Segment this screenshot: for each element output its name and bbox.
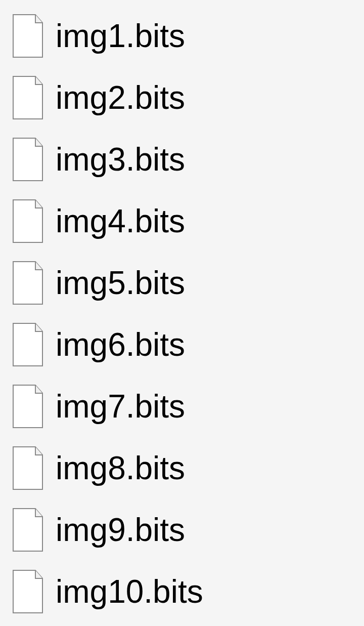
file-name: img4.bits — [56, 205, 185, 237]
file-list: img1.bits img2.bits img3.bits img4.bits … — [4, 6, 360, 621]
file-item[interactable]: img1.bits — [4, 6, 360, 66]
file-icon — [11, 75, 44, 120]
file-item[interactable]: img8.bits — [4, 438, 360, 498]
file-item[interactable]: img6.bits — [4, 315, 360, 374]
file-name: img2.bits — [56, 81, 185, 114]
file-icon — [11, 569, 44, 614]
file-name: img9.bits — [56, 514, 185, 546]
file-name: img6.bits — [56, 328, 185, 361]
file-icon — [11, 508, 44, 552]
file-item[interactable]: img3.bits — [4, 130, 360, 189]
file-item[interactable]: img2.bits — [4, 68, 360, 128]
file-name: img8.bits — [56, 452, 185, 484]
file-icon — [11, 14, 44, 58]
file-icon — [11, 446, 44, 490]
file-item[interactable]: img5.bits — [4, 253, 360, 313]
file-icon — [11, 199, 44, 243]
file-name: img3.bits — [56, 143, 185, 176]
file-name: img1.bits — [56, 20, 185, 52]
file-icon — [11, 384, 44, 429]
file-item[interactable]: img7.bits — [4, 377, 360, 436]
file-name: img7.bits — [56, 390, 185, 423]
file-name: img5.bits — [56, 267, 185, 299]
file-item[interactable]: img4.bits — [4, 191, 360, 251]
file-item[interactable]: img10.bits — [4, 562, 360, 621]
file-icon — [11, 322, 44, 367]
file-icon — [11, 137, 44, 182]
file-item[interactable]: img9.bits — [4, 500, 360, 560]
file-name: img10.bits — [56, 575, 203, 608]
file-icon — [11, 261, 44, 305]
